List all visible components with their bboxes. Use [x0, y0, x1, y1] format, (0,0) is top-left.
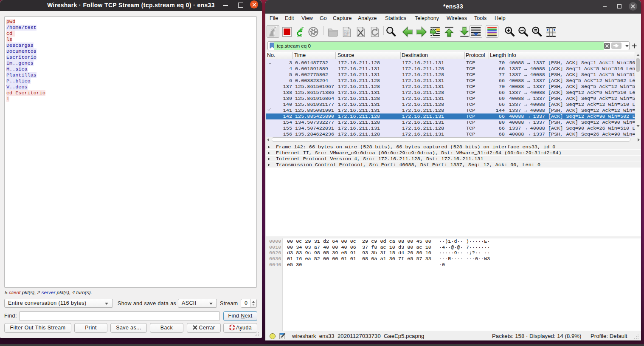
svg-text:0011: 0011: [344, 34, 350, 37]
